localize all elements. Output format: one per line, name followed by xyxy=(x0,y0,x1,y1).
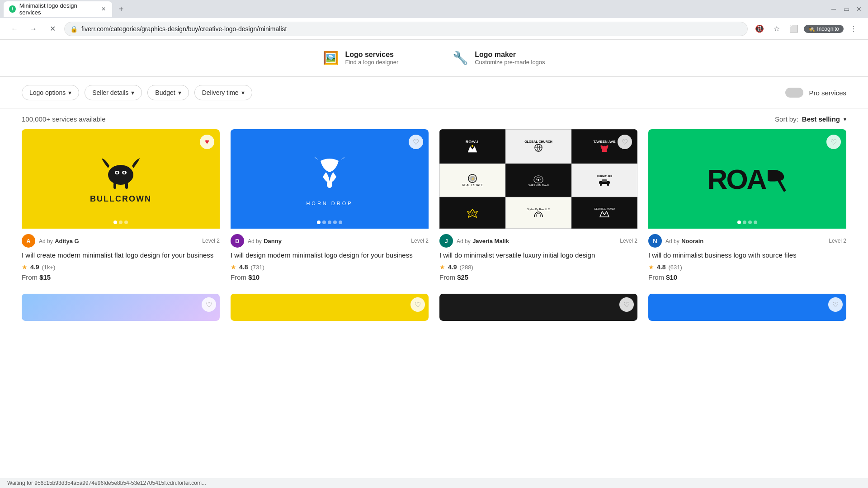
partial-card-1[interactable]: ♡ xyxy=(22,294,220,321)
seller-byline-4: Ad by Noorain xyxy=(665,237,703,245)
bull-svg xyxy=(94,155,148,191)
page-content: 🖼️ Logo services Find a logo designer 🔧 … xyxy=(0,40,868,469)
from-label-4: From xyxy=(648,273,664,281)
sort-label: Sort by: xyxy=(775,115,798,123)
card-image-2: HORN DROP ♡ xyxy=(231,129,429,229)
filter-bar: Logo options ▾ Seller details ▾ Budget ▾… xyxy=(0,77,868,109)
logo-services-title: Logo services xyxy=(345,51,398,59)
menu-button[interactable]: ⋮ xyxy=(846,22,861,36)
reload-button[interactable]: ✕ xyxy=(45,22,60,36)
star-icon-3: ★ xyxy=(439,263,445,271)
service-card-3[interactable]: ROYAL GLOBAL CHURCH TAVEEN AVE ⚡ xyxy=(439,129,637,283)
card-meta-1: A Ad by Aditya G Level 2 I will create m… xyxy=(22,229,220,283)
close-window-button[interactable]: ✕ xyxy=(854,4,864,14)
seller-level-2: Level 2 xyxy=(411,238,429,244)
star-icon-4: ★ xyxy=(648,263,654,271)
seller-left-4: N Ad by Noorain xyxy=(648,234,703,248)
logo-services-nav[interactable]: 🖼️ Logo services Find a logo designer xyxy=(296,45,425,71)
from-label-1: From xyxy=(22,273,38,281)
svg-point-9 xyxy=(472,145,473,147)
minimize-button[interactable]: ─ xyxy=(828,4,839,14)
partial-card-2[interactable]: ♡ xyxy=(231,294,429,321)
seller-byline-3: Ad by Javeria Malik xyxy=(457,237,509,245)
service-card-1[interactable]: BULLCROWN ♥ A Ad b xyxy=(22,129,220,283)
card-meta-3: J Ad by Javeria Malik Level 2 I will do … xyxy=(439,229,637,283)
svg-text:⚡: ⚡ xyxy=(471,177,475,181)
new-tab-button[interactable]: + xyxy=(115,3,127,15)
logo-maker-subtitle: Customize pre-made logos xyxy=(475,59,545,66)
price-amount-4: $10 xyxy=(666,273,677,281)
security-icon: 🔒 xyxy=(70,25,78,33)
favorite-button-1[interactable]: ♥ xyxy=(200,135,214,149)
seller-details-filter[interactable]: Seller details ▾ xyxy=(85,85,142,100)
forward-button[interactable]: → xyxy=(26,22,41,36)
svg-point-5 xyxy=(116,171,118,174)
rating-count-4: (631) xyxy=(668,264,682,271)
results-count: 100,000+ services available xyxy=(22,115,106,123)
seller-info-4: N Ad by Noorain Level 2 xyxy=(648,234,846,248)
horn-drop-text: HORN DROP xyxy=(306,201,353,206)
seller-name-2: Danny xyxy=(264,238,282,244)
logo-options-filter[interactable]: Logo options ▾ xyxy=(22,85,79,100)
seller-by-label-3: Ad by xyxy=(457,238,471,244)
svg-rect-15 xyxy=(600,184,602,186)
rating-score-1: 4.9 xyxy=(30,263,39,271)
logo-options-label: Logo options xyxy=(29,89,66,96)
price-amount-2: $10 xyxy=(248,273,259,281)
price-row-3: From $25 xyxy=(439,273,637,281)
favorite-button-2[interactable]: ♡ xyxy=(409,135,423,149)
logo-maker-nav[interactable]: 🔧 Logo maker Customize pre-made logos xyxy=(425,45,572,71)
window-controls: ─ ▭ ✕ xyxy=(828,4,864,14)
seller-level-1: Level 2 xyxy=(202,238,220,244)
seller-by-label-1: Ad by xyxy=(39,238,53,244)
card-title-1: I will create modern minimalist flat log… xyxy=(22,250,220,260)
svg-point-0 xyxy=(108,165,133,185)
bookmark-icon[interactable]: ☆ xyxy=(769,22,784,36)
favorite-button-6[interactable]: ♡ xyxy=(410,297,425,312)
seller-details-chevron: ▾ xyxy=(131,89,134,96)
partial-card-3[interactable]: ♡ xyxy=(439,294,637,321)
pro-services-label: Pro services xyxy=(809,89,846,97)
seller-by-label-4: Ad by xyxy=(665,238,679,244)
maximize-button[interactable]: ▭ xyxy=(841,4,852,14)
back-button[interactable]: ← xyxy=(7,22,22,36)
favorite-button-5[interactable]: ♡ xyxy=(202,297,216,312)
seller-info-2: D Ad by Danny Level 2 xyxy=(231,234,429,248)
service-card-4[interactable]: ROA ♡ xyxy=(648,129,846,283)
roar-logo: ROA xyxy=(708,129,788,229)
service-card-2[interactable]: HORN DROP ♡ D xyxy=(231,129,429,283)
favorite-button-8[interactable]: ♡ xyxy=(828,297,843,312)
favorite-button-3[interactable]: ♡ xyxy=(618,135,632,149)
delivery-time-filter[interactable]: Delivery time ▾ xyxy=(194,85,252,100)
sort-control[interactable]: Sort by: Best selling ▾ xyxy=(775,115,846,123)
browser-toolbar: ← → ✕ 🔒 fiverr.com/categories/graphics-d… xyxy=(0,18,868,40)
logo-options-chevron: ▾ xyxy=(68,89,71,96)
address-bar[interactable]: 🔒 fiverr.com/categories/graphics-design/… xyxy=(64,22,748,36)
second-row-cards: ♡ ♡ ♡ ♡ xyxy=(0,294,868,324)
url-text: fiverr.com/categories/graphics-design/bu… xyxy=(81,25,742,33)
card-dots-2 xyxy=(317,221,342,224)
seller-level-3: Level 2 xyxy=(620,238,637,244)
tab-close-button[interactable]: ✕ xyxy=(100,5,107,13)
sort-value[interactable]: Best selling xyxy=(802,115,840,123)
price-row-4: From $10 xyxy=(648,273,846,281)
budget-filter[interactable]: Budget ▾ xyxy=(147,85,189,100)
cast-icon[interactable]: 📵 xyxy=(752,22,767,36)
card-image-3: ROYAL GLOBAL CHURCH TAVEEN AVE ⚡ xyxy=(439,129,637,229)
rating-score-2: 4.8 xyxy=(239,263,248,271)
favorite-button-4[interactable]: ♡ xyxy=(826,135,841,149)
svg-rect-16 xyxy=(607,184,609,186)
card-image-1: BULLCROWN ♥ xyxy=(22,129,220,229)
svg-rect-17 xyxy=(602,179,607,182)
rating-count-3: (288) xyxy=(459,264,473,271)
partial-card-4[interactable]: ♡ xyxy=(648,294,846,321)
incognito-icon: 🕵 xyxy=(808,26,815,32)
rating-row-4: ★ 4.8 (631) xyxy=(648,263,846,271)
favorite-button-7[interactable]: ♡ xyxy=(619,297,634,312)
logo-maker-icon: 🔧 xyxy=(453,51,468,66)
browser-tab[interactable]: f Minimalist logo design services ✕ xyxy=(4,1,112,17)
pro-services-switch[interactable] xyxy=(785,88,803,98)
seller-name-1: Aditya G xyxy=(55,238,79,244)
incognito-label: Incognito xyxy=(817,26,839,32)
split-screen-icon[interactable]: ⬜ xyxy=(787,22,801,36)
